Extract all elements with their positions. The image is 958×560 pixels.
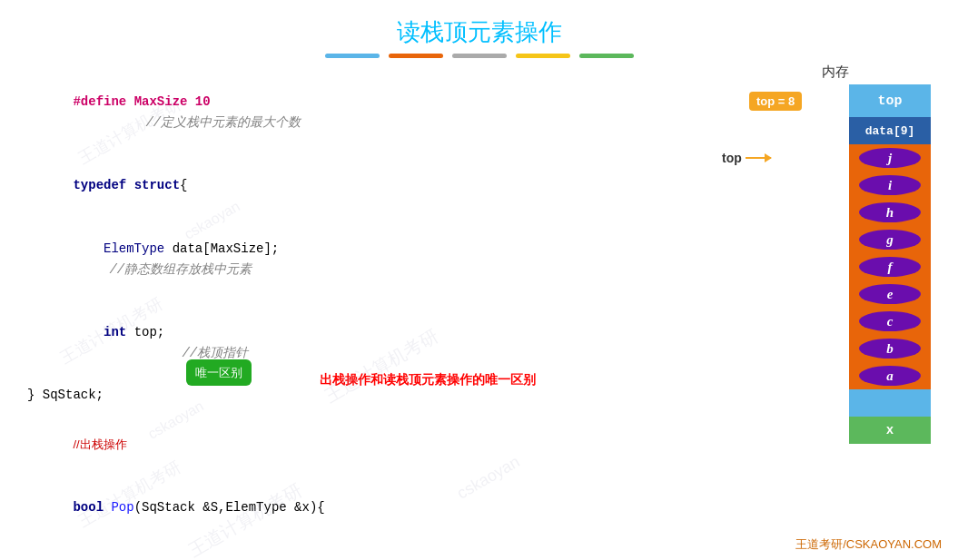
code-pop-func: bool Pop(SqStack &S,ElemType &x){ — [27, 476, 749, 539]
page-title: 读栈顶元素操作 — [0, 16, 958, 48]
annotation-bubble: 唯一区别 — [186, 359, 252, 386]
bar-4 — [516, 54, 570, 58]
mem-cell-j: j — [849, 144, 931, 172]
mem-cell-gap — [849, 389, 931, 417]
code-typedef: typedef struct{ — [27, 154, 749, 217]
title-area: 读栈顶元素操作 — [0, 0, 958, 58]
bar-2 — [389, 54, 443, 58]
top-value-badge: top = 8 — [749, 92, 802, 111]
code-pop-comment: //出栈操作 — [27, 414, 749, 476]
mem-cell-top: top — [849, 84, 931, 117]
title-decorative-bars — [0, 54, 958, 58]
mem-cell-f: f — [849, 253, 931, 280]
footer-text: 王道考研/CSKAOYAN.COM — [795, 536, 942, 553]
mem-cell-b: b — [849, 335, 931, 362]
mem-cell-a: a — [849, 362, 931, 389]
mem-cell-h: h — [849, 199, 931, 226]
mem-cell-e: e — [849, 280, 931, 308]
memory-label: 内存 — [767, 64, 904, 81]
code-area: 王道计算机考研 cskaoyan 王道计算机考研 cskaoyan 王道计算机考… — [18, 64, 758, 560]
mem-cell-i: i — [849, 172, 931, 199]
annotation-line: 出栈操作和读栈顶元素操作的唯一区别 — [320, 369, 536, 390]
mem-cell-x: x — [849, 417, 931, 444]
memory-area: 内存 top = 8 top data[9] top — [758, 64, 940, 560]
code-if-top1: if(S.top==-1) //栈空，报错 — [27, 539, 749, 560]
bar-3 — [452, 54, 507, 58]
bar-5 — [579, 54, 634, 58]
bar-1 — [325, 54, 380, 58]
mem-cell-data9: data[9] — [849, 117, 931, 144]
code-define: #define MaxSize 10 //定义栈中元素的最大个数 — [27, 71, 749, 154]
code-elemtype: ElemType data[MaxSize]; //静态数组存放栈中元素 — [27, 218, 749, 301]
main-layout: 王道计算机考研 cskaoyan 王道计算机考研 cskaoyan 王道计算机考… — [0, 64, 958, 560]
mem-cell-c: c — [849, 308, 931, 335]
top-arrow-label: top — [722, 151, 771, 165]
mem-cell-g: g — [849, 226, 931, 253]
